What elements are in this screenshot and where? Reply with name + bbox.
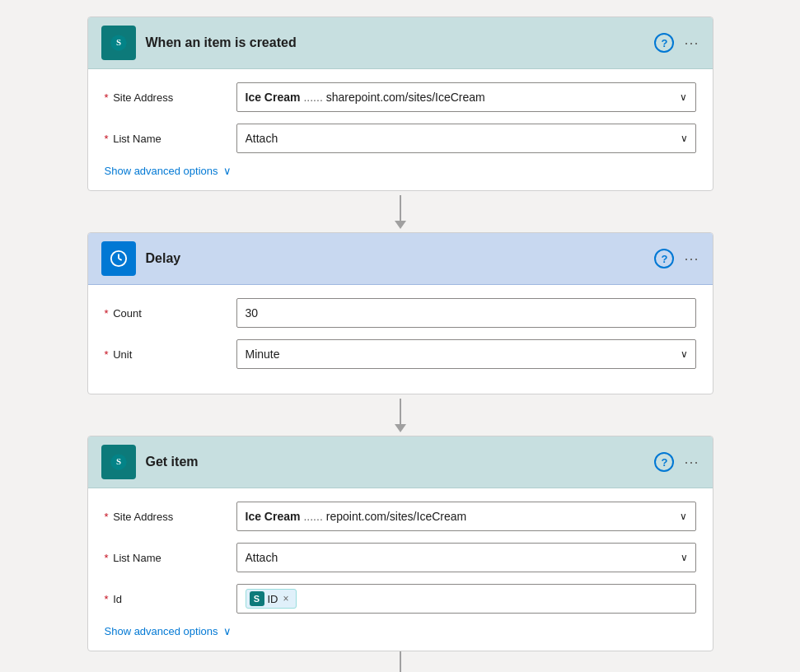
header-actions-when-created: ? ··· [654, 33, 699, 53]
required-star-count: * [105, 307, 109, 320]
id-token-text: ID [268, 593, 278, 605]
unit-row: * Unit Minute ∨ [105, 339, 696, 369]
site-address-display-1[interactable]: Ice Cream ...... sharepoint.com/sites/Ic… [236, 82, 696, 112]
unit-label-text: Unit [113, 348, 132, 361]
show-advanced-label-2: Show advanced options [105, 625, 218, 637]
site-address-display-2[interactable]: Ice Cream ...... repoint.com/sites/IceCr… [236, 502, 696, 531]
card-title-delay: Delay [146, 251, 655, 266]
sharepoint-icon-get-item: S [101, 445, 136, 479]
arrow-connector-1 [395, 191, 406, 232]
list-name-row-1: * List Name Attach ∨ [105, 124, 696, 153]
unit-select[interactable]: Minute [236, 339, 696, 369]
clock-icon-delay [101, 241, 136, 276]
s-logo: S [254, 594, 260, 604]
card-delay: Delay ? ··· * Count * Unit [87, 232, 713, 394]
unit-label: * Unit [105, 348, 236, 361]
count-input[interactable] [236, 298, 696, 328]
site-address-row-1: * Site Address Ice Cream ...... sharepoi… [105, 82, 696, 112]
help-button-get-item[interactable]: ? [654, 452, 674, 472]
id-row: * Id S ID × [105, 584, 696, 614]
list-name-label-1: * List Name [105, 133, 236, 145]
id-label: * Id [105, 593, 236, 605]
arrow-head-2 [395, 424, 406, 432]
header-actions-get-item: ? ··· [654, 452, 699, 472]
count-row: * Count [105, 298, 696, 328]
list-name-row-2: * List Name Attach ∨ [105, 543, 696, 572]
header-actions-delay: ? ··· [654, 249, 699, 268]
site-address-bold-1: Ice Cream [246, 91, 301, 104]
flow-canvas: S When an item is created ? ··· * Site A… [16, 16, 784, 672]
show-advanced-label-1: Show advanced options [105, 165, 218, 177]
id-label-text: Id [113, 593, 122, 605]
bottom-arrow [395, 651, 406, 672]
site-address-row-2: * Site Address Ice Cream ...... repoint.… [105, 502, 696, 531]
site-address-dots-1: ...... [303, 91, 322, 104]
bottom-arrow-line [400, 651, 401, 672]
show-advanced-chevron-1: ∨ [223, 165, 232, 177]
card-title-when-created: When an item is created [146, 35, 655, 50]
more-button-when-created[interactable]: ··· [684, 35, 699, 50]
card-body-when-created: * Site Address Ice Cream ...... sharepoi… [88, 69, 713, 190]
arrow-line-1 [400, 195, 401, 222]
more-button-get-item[interactable]: ··· [684, 455, 699, 469]
card-get-item: S Get item ? ··· * Site Address Ice Crea… [87, 436, 713, 651]
arrow-connector-2 [395, 394, 406, 436]
card-header-delay: Delay ? ··· [88, 233, 713, 285]
svg-text:S: S [115, 37, 120, 47]
more-button-delay[interactable]: ··· [684, 251, 699, 266]
site-address-chevron-2: ∨ [680, 511, 687, 522]
site-address-chevron-1: ∨ [680, 91, 687, 103]
site-address-url-1: sharepoint.com/sites/IceCream [326, 91, 485, 104]
sharepoint-svg: S [110, 34, 128, 52]
svg-line-3 [119, 259, 122, 260]
required-star-2: * [105, 133, 109, 145]
site-address-label-2: * Site Address [105, 511, 236, 523]
required-star-unit: * [105, 348, 109, 361]
show-advanced-chevron-2: ∨ [223, 625, 232, 637]
id-field-wrapper[interactable]: S ID × [236, 584, 696, 614]
list-name-select-wrapper-1: Attach ∨ [236, 124, 696, 153]
show-advanced-button-2[interactable]: Show advanced options ∨ [105, 625, 232, 637]
id-token: S ID × [246, 589, 297, 609]
card-when-created: S When an item is created ? ··· * Site A… [87, 16, 713, 191]
sharepoint-icon-trigger: S [101, 26, 136, 60]
help-button-when-created[interactable]: ? [654, 33, 674, 53]
site-address-label-1: * Site Address [105, 91, 236, 104]
unit-select-wrapper: Minute ∨ [236, 339, 696, 369]
id-token-close[interactable]: × [283, 593, 289, 604]
show-advanced-button-1[interactable]: Show advanced options ∨ [105, 165, 232, 177]
site-address-text-1: Ice Cream ...... sharepoint.com/sites/Ic… [246, 91, 485, 104]
count-label: * Count [105, 307, 236, 320]
card-body-get-item: * Site Address Ice Cream ...... repoint.… [88, 488, 713, 651]
svg-text:S: S [115, 456, 120, 466]
required-star-4: * [105, 552, 109, 564]
required-star-1: * [105, 91, 109, 104]
help-button-delay[interactable]: ? [654, 249, 674, 268]
card-body-delay: * Count * Unit Minute ∨ [88, 285, 713, 394]
count-label-text: Count [113, 307, 142, 320]
site-address-dots-2: ...... [303, 510, 322, 523]
list-name-select-wrapper-2: Attach ∨ [236, 543, 696, 572]
list-name-label-2: * List Name [105, 552, 236, 564]
required-star-3: * [105, 511, 109, 523]
arrow-head-1 [395, 221, 406, 229]
card-header-get-item: S Get item ? ··· [88, 436, 713, 488]
required-star-id: * [105, 593, 109, 605]
card-title-get-item: Get item [146, 455, 655, 469]
site-address-url-2: repoint.com/sites/IceCream [326, 510, 466, 523]
site-address-bold-2: Ice Cream [246, 510, 301, 523]
site-address-text-2: Ice Cream ...... repoint.com/sites/IceCr… [246, 510, 467, 523]
clock-svg [110, 250, 128, 268]
list-name-select-1[interactable]: Attach [236, 124, 696, 153]
list-name-select-2[interactable]: Attach [236, 543, 696, 572]
sharepoint-svg-get-item: S [110, 453, 128, 471]
arrow-line-2 [400, 399, 401, 425]
id-token-icon: S [250, 591, 264, 606]
card-header-when-created: S When an item is created ? ··· [88, 17, 713, 69]
